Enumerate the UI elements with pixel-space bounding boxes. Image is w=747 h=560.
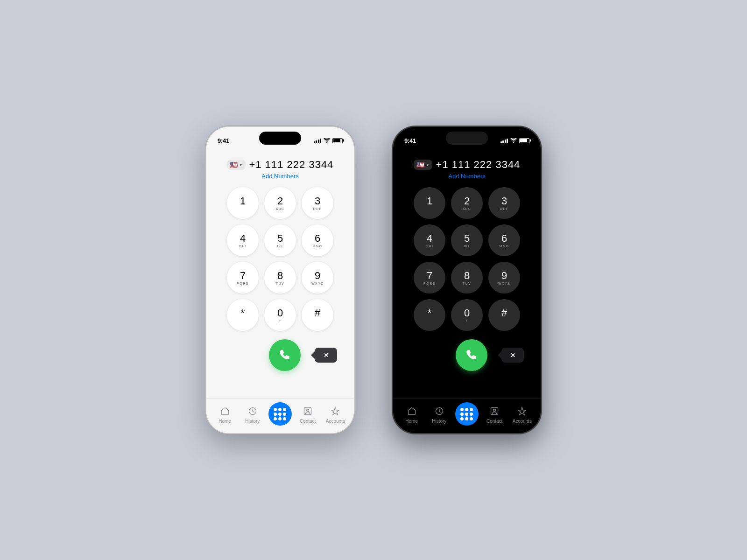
call-button-light[interactable] [269, 339, 301, 371]
key-9-dark[interactable]: 9 WXYZ [488, 262, 520, 294]
dialpad-fab-dark[interactable] [455, 402, 479, 426]
main-content-light: 🇺🇸 ▼ +1 111 222 3344 Add Numbers 1 2 ABC [206, 147, 354, 398]
phone-dark: 9:41 [392, 126, 542, 434]
number-display-dark: 🇺🇸 ▼ +1 111 222 3344 [414, 159, 521, 171]
key-2-dark[interactable]: 2 ABC [451, 187, 483, 219]
flag-emoji-dark: 🇺🇸 [416, 161, 424, 168]
nav-history-light[interactable]: History [241, 406, 264, 424]
contact-icon-light [303, 406, 312, 417]
battery-fill-light [333, 139, 340, 142]
key-2-light[interactable]: 2 ABC [264, 187, 296, 219]
battery-icon-light [332, 138, 343, 143]
key-0-dark[interactable]: 0 + [451, 299, 483, 331]
flag-selector-light[interactable]: 🇺🇸 ▼ [227, 160, 246, 170]
accounts-icon-dark [517, 406, 527, 417]
add-numbers-dark[interactable]: Add Numbers [448, 173, 485, 180]
wifi-icon-light [324, 138, 330, 143]
delete-button-dark[interactable]: ✕ [501, 348, 524, 363]
nav-contact-label-light: Contact [300, 419, 316, 424]
key-hash-dark[interactable]: # [488, 299, 520, 331]
nav-home-light[interactable]: Home [213, 406, 237, 424]
add-numbers-light[interactable]: Add Numbers [261, 173, 298, 180]
signal-bars-dark [500, 138, 508, 143]
bottom-nav-light: Home History [206, 398, 354, 433]
phone-number-dark: +1 111 222 3344 [436, 159, 521, 171]
signal-bar-d3 [505, 140, 506, 143]
history-icon-light [248, 406, 257, 417]
nav-history-label-light: History [245, 419, 260, 424]
nav-contact-label-dark: Contact [486, 419, 502, 424]
screen-light: 9:41 [206, 127, 354, 433]
key-3-light[interactable]: 3 DEF [302, 187, 333, 219]
dynamic-island-dark [446, 132, 488, 145]
key-star-light[interactable]: * [227, 299, 259, 331]
svg-point-5 [493, 409, 496, 412]
key-0-light[interactable]: 0 + [264, 299, 296, 331]
key-7-dark[interactable]: 7 PQRS [414, 262, 445, 294]
nav-accounts-label-light: Accounts [326, 419, 345, 424]
key-7-light[interactable]: 7 PQRS [227, 262, 259, 294]
fab-dots-light [274, 408, 286, 420]
status-icons-light [314, 138, 343, 143]
status-icons-dark [500, 138, 530, 143]
call-button-dark[interactable] [456, 339, 487, 371]
call-icon-light [278, 348, 292, 362]
key-5-light[interactable]: 5 JKL [264, 224, 296, 256]
nav-contact-dark[interactable]: Contact [483, 406, 506, 424]
nav-history-dark[interactable]: History [428, 406, 451, 424]
key-5-dark[interactable]: 5 JKL [451, 224, 483, 256]
battery-fill-dark [520, 139, 527, 142]
dialpad-fab-light[interactable] [268, 402, 292, 426]
history-icon-dark [435, 406, 444, 417]
key-1-dark[interactable]: 1 [414, 187, 445, 219]
key-8-dark[interactable]: 8 TUV [451, 262, 483, 294]
nav-contact-light[interactable]: Contact [296, 406, 319, 424]
nav-home-dark[interactable]: Home [400, 406, 423, 424]
delete-button-light[interactable]: ✕ [315, 348, 337, 363]
status-time-light: 9:41 [218, 137, 229, 144]
signal-bar-d1 [500, 141, 502, 143]
signal-bar-2 [316, 140, 317, 143]
nav-home-label-dark: Home [405, 419, 418, 424]
key-4-light[interactable]: 4 GHI [227, 224, 259, 256]
accounts-icon-light [331, 406, 340, 417]
phone-light: 9:41 [205, 126, 355, 434]
signal-bar-3 [318, 140, 319, 143]
key-star-dark[interactable]: * [414, 299, 445, 331]
status-bar-light: 9:41 [206, 127, 354, 147]
key-1-light[interactable]: 1 [227, 187, 259, 219]
nav-accounts-light[interactable]: Accounts [324, 406, 347, 424]
battery-icon-dark [519, 138, 529, 143]
key-6-light[interactable]: 6 MNO [302, 224, 333, 256]
action-row-light: ✕ [216, 339, 345, 371]
nav-dialpad-light[interactable] [268, 402, 292, 424]
action-row-dark: ✕ [402, 339, 531, 371]
status-time-dark: 9:41 [404, 137, 416, 144]
flag-selector-dark[interactable]: 🇺🇸 ▼ [414, 160, 432, 170]
call-icon-dark [465, 348, 479, 362]
key-3-dark[interactable]: 3 DEF [488, 187, 520, 219]
nav-dialpad-dark[interactable] [455, 402, 479, 424]
main-content-dark: 🇺🇸 ▼ +1 111 222 3344 Add Numbers 1 2 ABC [393, 147, 541, 398]
key-8-light[interactable]: 8 TUV [264, 262, 296, 294]
signal-bar-4 [320, 139, 321, 143]
key-4-dark[interactable]: 4 GHI [414, 224, 445, 256]
signal-bars-light [314, 138, 322, 143]
flag-emoji-light: 🇺🇸 [230, 161, 238, 168]
dynamic-island-light [259, 132, 301, 145]
contact-icon-dark [490, 406, 499, 417]
flag-caret-light: ▼ [239, 163, 243, 167]
key-6-dark[interactable]: 6 MNO [488, 224, 520, 256]
wifi-icon-dark [510, 138, 517, 143]
fab-dots-dark [460, 408, 473, 420]
screen-dark: 9:41 [393, 127, 541, 433]
key-hash-light[interactable]: # [302, 299, 333, 331]
home-icon-dark [407, 406, 416, 417]
signal-bar-d2 [502, 140, 504, 143]
key-9-light[interactable]: 9 WXYZ [302, 262, 333, 294]
status-bar-dark: 9:41 [393, 127, 541, 147]
number-display-light: 🇺🇸 ▼ +1 111 222 3344 [227, 159, 334, 171]
nav-accounts-dark[interactable]: Accounts [510, 406, 534, 424]
dialpad-light: 1 2 ABC 3 DEF 4 GHI 5 JKL [227, 187, 333, 331]
signal-bar-1 [314, 141, 315, 143]
